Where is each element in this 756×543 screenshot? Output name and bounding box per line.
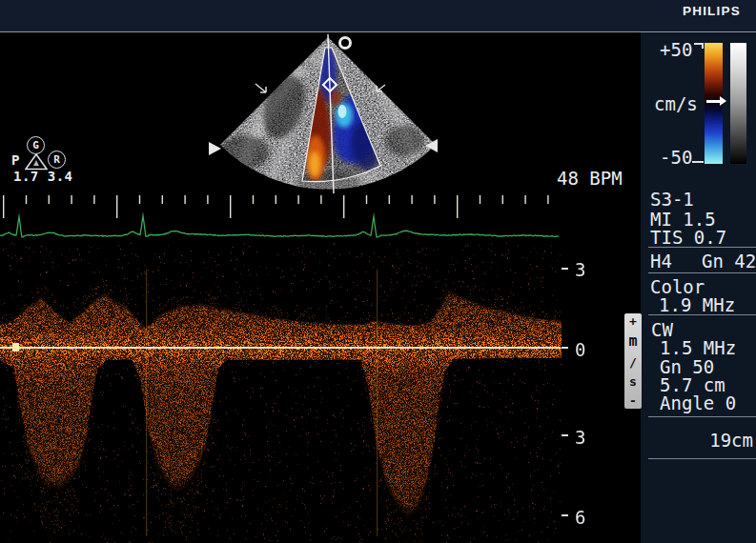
apex-circle-icon	[340, 38, 351, 49]
velocity-tick-label: 6	[575, 507, 585, 528]
power-label: P	[11, 152, 19, 168]
panel-divider	[648, 458, 756, 459]
panel-divider	[648, 272, 756, 273]
gain-circle-letter: G	[32, 139, 39, 151]
top-bar	[0, 0, 756, 31]
spectral-doppler-canvas	[0, 243, 562, 543]
panel-divider	[648, 416, 756, 417]
colorbar-bracket	[702, 43, 704, 49]
philips-logo: PHILIPS	[683, 4, 751, 18]
grayscale-bar	[730, 43, 746, 164]
velocity-tick	[562, 268, 568, 270]
colorbar-max-label: +50	[660, 41, 692, 59]
cw-freq-label: 1.5 MHz	[660, 339, 736, 357]
tis-label: TIS 0.7	[650, 229, 726, 247]
velocity-tick	[562, 434, 568, 436]
velocity-scale-tab[interactable]: + m / s -	[624, 313, 642, 409]
value-1: 1.7	[13, 169, 39, 184]
velocity-tick	[562, 347, 568, 349]
velocity-tab-char: /	[629, 356, 637, 369]
velocity-tick-label: 0	[575, 339, 585, 360]
colorbar-bracket	[692, 161, 704, 163]
sector-image	[191, 29, 458, 200]
colorbar-baseline-arrow-icon	[720, 96, 726, 106]
panel-divider	[648, 247, 756, 248]
ecg-trace-canvas	[0, 186, 572, 248]
velocity-tab-char: s	[629, 375, 637, 388]
thermal-values: 1.7 3.4	[13, 169, 73, 184]
velocity-tick-label: 3	[575, 259, 585, 280]
cw-angle-label: Angle 0	[660, 394, 736, 412]
transducer-label: S3-1	[650, 191, 694, 209]
depth-label: 19cm	[667, 432, 753, 450]
rotate-circle-letter: R	[53, 153, 60, 166]
velocity-tick	[562, 514, 568, 516]
left-edge-marker-icon	[209, 142, 221, 155]
annotation-arrow-left-icon	[255, 84, 266, 92]
rotate-circle-icon: R	[48, 151, 66, 169]
ultrasound-display: PHILIPS +50 cm/s -50 S3-1 MI 1.5 TIS 0.7…	[0, 0, 756, 543]
velocity-tab-char: -	[629, 394, 637, 407]
value-2: 3.4	[48, 169, 73, 184]
colorbar-units-label: cm/s	[654, 95, 698, 113]
velocity-tab-char: +	[629, 315, 637, 328]
velocity-tick-label: 3	[575, 427, 585, 448]
color-freq-label: 1.9 MHz	[659, 296, 735, 314]
harmonic-label: H4	[650, 252, 672, 271]
colorbar-baseline-marker	[706, 100, 721, 103]
panel-divider	[648, 314, 756, 315]
gain-circle-icon: G	[27, 136, 45, 154]
gain-2d-label: Gn 42	[702, 252, 756, 271]
colorbar-min-label: -50	[660, 149, 692, 167]
velocity-tab-char: m	[628, 334, 637, 349]
2d-echo-image	[191, 29, 458, 200]
